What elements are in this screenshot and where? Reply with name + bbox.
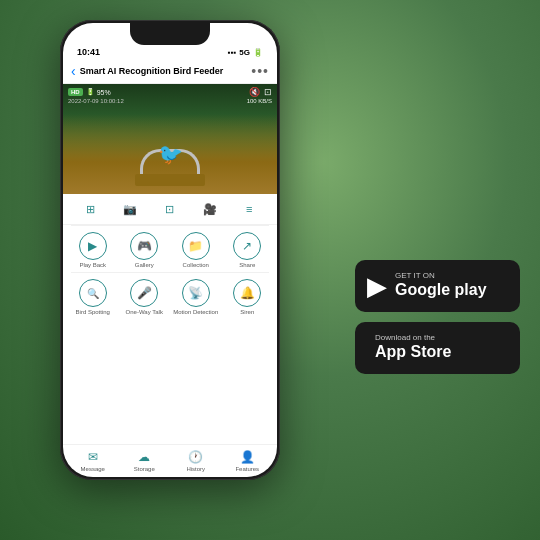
app-store-name-label: App Store	[375, 342, 451, 361]
motion-icon: 📡	[182, 279, 210, 307]
talk-label: One-Way Talk	[126, 309, 163, 316]
message-icon: ✉	[88, 450, 98, 464]
action-talk[interactable]: 🎤 One-Way Talk	[119, 279, 169, 316]
video-speed: 100 KB/S	[247, 98, 272, 104]
collection-label: Collection	[183, 262, 209, 269]
more-button[interactable]: •••	[251, 63, 269, 79]
history-label: History	[186, 466, 205, 472]
bird-spotting-icon: 🔍	[79, 279, 107, 307]
battery-info: 🔋 95%	[86, 88, 111, 96]
phone-screen: 10:41 ▪▪▪ 5G 🔋 ‹ Smart AI Recognition Bi…	[63, 23, 277, 477]
ctrl-video[interactable]: 🎥	[199, 198, 221, 220]
google-play-button[interactable]: ▶ GET IT ON Google play	[355, 260, 520, 312]
google-play-icon: ▶	[367, 271, 387, 302]
network-type: 5G	[239, 48, 250, 57]
status-time: 10:41	[77, 47, 100, 57]
feeder-tray	[135, 174, 205, 186]
ctrl-menu[interactable]: ≡	[238, 198, 260, 220]
storage-icon: ☁	[138, 450, 150, 464]
back-button[interactable]: ‹	[71, 63, 76, 79]
bottom-nav: ✉ Message ☁ Storage 🕐 History 👤 Features	[63, 444, 277, 477]
playback-label: Play Back	[79, 262, 106, 269]
signal-icon: ▪▪▪	[228, 48, 237, 57]
battery-icon: 🔋	[253, 48, 263, 57]
app-store-button[interactable]: Download on the App Store	[355, 322, 520, 374]
phone-notch	[130, 23, 210, 45]
controls-row: ⊞ 📷 ⊡ 🎥 ≡	[63, 194, 277, 225]
action-motion[interactable]: 📡 Motion Detection	[171, 279, 221, 316]
nav-features[interactable]: 👤 Features	[225, 450, 270, 472]
google-play-text: GET IT ON Google play	[395, 272, 487, 299]
google-play-sub-label: GET IT ON	[395, 272, 487, 280]
motion-label: Motion Detection	[173, 309, 218, 316]
phone-frame: 10:41 ▪▪▪ 5G 🔋 ‹ Smart AI Recognition Bi…	[60, 20, 280, 480]
nav-storage[interactable]: ☁ Storage	[122, 450, 167, 472]
ctrl-expand[interactable]: ⊞	[80, 198, 102, 220]
share-icon: ↗	[233, 232, 261, 260]
video-timestamp: 2022-07-09 10:00:12	[68, 98, 124, 104]
phone-wrapper: 10:41 ▪▪▪ 5G 🔋 ‹ Smart AI Recognition Bi…	[60, 20, 280, 480]
status-icons: ▪▪▪ 5G 🔋	[228, 48, 263, 57]
features-label: Features	[235, 466, 259, 472]
mute-icon: 🔇	[249, 87, 260, 97]
video-area[interactable]: HD 🔋 95% 🔇 ⊡ 2022-07-09 10:00:12 100 KB/…	[63, 84, 277, 194]
app-store-sub-label: Download on the	[375, 334, 451, 342]
google-play-name-label: Google play	[395, 280, 487, 299]
action-collection[interactable]: 📁 Collection	[171, 232, 221, 269]
video-top-bar: HD 🔋 95% 🔇 ⊡	[68, 87, 272, 97]
siren-icon: 🔔	[233, 279, 261, 307]
video-icons: 🔇 ⊡	[249, 87, 272, 97]
action-siren[interactable]: 🔔 Siren	[222, 279, 272, 316]
storage-label: Storage	[134, 466, 155, 472]
ctrl-camera[interactable]: 📷	[119, 198, 141, 220]
hd-badge: HD	[68, 88, 83, 96]
nav-message[interactable]: ✉ Message	[70, 450, 115, 472]
app-header: ‹ Smart AI Recognition Bird Feeder •••	[63, 59, 277, 84]
battery-percent: 95%	[97, 89, 111, 96]
gallery-label: Gallery	[135, 262, 154, 269]
action-bird-spotting[interactable]: 🔍 Bird Spotting	[68, 279, 118, 316]
battery-icon-video: 🔋	[86, 88, 95, 96]
action-playback[interactable]: ▶ Play Back	[68, 232, 118, 269]
actions-row-2: 🔍 Bird Spotting 🎤 One-Way Talk 📡 Motion …	[63, 273, 277, 319]
message-label: Message	[81, 466, 105, 472]
gallery-icon: 🎮	[130, 232, 158, 260]
bird-feeder: 🐦	[63, 114, 277, 194]
ctrl-screenshot[interactable]: ⊡	[159, 198, 181, 220]
bird-spotting-label: Bird Spotting	[76, 309, 110, 316]
siren-label: Siren	[240, 309, 254, 316]
share-label: Share	[239, 262, 255, 269]
features-icon: 👤	[240, 450, 255, 464]
action-gallery[interactable]: 🎮 Gallery	[119, 232, 169, 269]
history-icon: 🕐	[188, 450, 203, 464]
fullscreen-icon: ⊡	[264, 87, 272, 97]
collection-icon: 📁	[182, 232, 210, 260]
bird: 🐦	[158, 142, 183, 166]
talk-icon: 🎤	[130, 279, 158, 307]
action-share[interactable]: ↗ Share	[222, 232, 272, 269]
app-title: Smart AI Recognition Bird Feeder	[80, 66, 248, 76]
nav-history[interactable]: 🕐 History	[173, 450, 218, 472]
app-store-text: Download on the App Store	[375, 334, 451, 361]
playback-icon: ▶	[79, 232, 107, 260]
actions-row-1: ▶ Play Back 🎮 Gallery 📁 Collection ↗ Sha…	[63, 226, 277, 272]
store-buttons-container: ▶ GET IT ON Google play Download on the …	[355, 260, 520, 374]
